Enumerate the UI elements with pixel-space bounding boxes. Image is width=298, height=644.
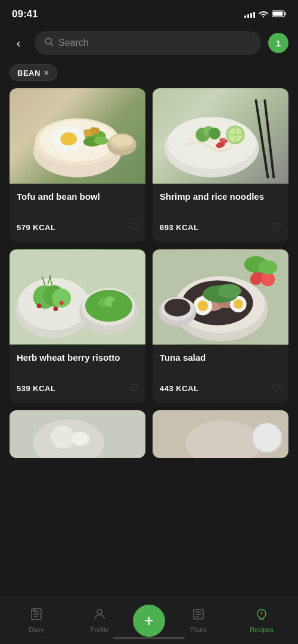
svg-point-48 xyxy=(53,306,58,311)
recipe-meta-tofu: 579 KCAL ♡ xyxy=(17,221,138,234)
diary-icon xyxy=(30,608,43,624)
recipe-info-tofu: Tofu and bean bowl 579 KCAL ♡ xyxy=(10,184,145,242)
profile-icon xyxy=(93,608,106,624)
battery-icon xyxy=(272,10,286,19)
recipe-name-tuna: Tuna salad xyxy=(160,352,281,376)
svg-point-56 xyxy=(197,301,208,311)
nav-item-diary[interactable]: Diary xyxy=(5,603,68,638)
svg-rect-14 xyxy=(91,127,100,134)
profile-label: Profile xyxy=(90,626,108,633)
svg-point-47 xyxy=(60,301,64,305)
svg-rect-1 xyxy=(285,12,286,15)
svg-point-22 xyxy=(209,128,221,140)
tag-label: BEAN xyxy=(17,69,41,78)
plans-icon xyxy=(192,608,205,624)
recipe-card-shrimp-rice-noodles[interactable]: Shrimp and rice noodles 693 KCAL ♡ xyxy=(153,88,288,242)
recipe-kcal-tuna: 443 KCAL xyxy=(160,384,198,393)
status-time: 09:41 xyxy=(12,8,38,20)
search-bar[interactable]: Search xyxy=(35,31,261,55)
favorite-icon-herb[interactable]: ♡ xyxy=(129,382,138,395)
svg-point-65 xyxy=(258,261,277,275)
signal-icon xyxy=(244,11,255,18)
nav-item-plans[interactable]: Plans xyxy=(167,603,230,638)
partial-card-left[interactable] xyxy=(10,410,145,458)
recipes-label: Recipes xyxy=(250,626,274,633)
svg-point-60 xyxy=(218,284,241,298)
svg-point-76 xyxy=(97,609,102,614)
svg-point-46 xyxy=(37,304,42,308)
recipe-name-herb: Herb wheat berry risotto xyxy=(17,352,138,376)
search-placeholder: Search xyxy=(58,38,252,48)
recipe-kcal-herb: 539 KCAL xyxy=(17,384,55,393)
svg-point-63 xyxy=(250,273,262,285)
plans-label: Plans xyxy=(190,626,207,633)
nav-fab: + xyxy=(131,605,167,637)
recipe-info-shrimp: Shrimp and rice noodles 693 KCAL ♡ xyxy=(153,184,288,242)
recipe-meta-herb: 539 KCAL ♡ xyxy=(17,382,138,395)
recipe-image-herb xyxy=(10,249,145,345)
recipe-kcal-tofu: 579 KCAL xyxy=(17,223,55,232)
recipe-card-tuna-salad[interactable]: Tuna salad 443 KCAL ♡ xyxy=(153,249,288,403)
search-icon xyxy=(44,37,54,49)
svg-point-71 xyxy=(51,425,74,449)
floating-circle xyxy=(252,422,283,453)
svg-point-68 xyxy=(164,299,191,317)
filter-tags-container: BEAN × xyxy=(0,60,298,88)
filter-count-badge[interactable]: 1 xyxy=(268,33,288,53)
header: ‹ Search 1 xyxy=(0,26,298,60)
svg-point-12 xyxy=(94,137,108,145)
recipe-meta-shrimp: 693 KCAL ♡ xyxy=(160,221,281,234)
svg-point-45 xyxy=(111,300,120,308)
recipe-grid: Tofu and bean bowl 579 KCAL ♡ xyxy=(0,88,298,403)
recipe-info-tuna: Tuna salad 443 KCAL ♡ xyxy=(153,345,288,403)
fab-button[interactable]: + xyxy=(133,605,165,637)
nav-item-recipes[interactable]: Recipes xyxy=(230,603,293,638)
recipe-meta-tuna: 443 KCAL ♡ xyxy=(160,382,281,395)
filter-tag-bean[interactable]: BEAN × xyxy=(10,64,57,81)
recipe-card-tofu-bean-bowl[interactable]: Tofu and bean bowl 579 KCAL ♡ xyxy=(10,88,145,242)
recipe-name-tofu: Tofu and bean bowl xyxy=(17,191,138,215)
recipe-info-herb: Herb wheat berry risotto 539 KCAL ♡ xyxy=(10,345,145,403)
svg-rect-2 xyxy=(273,11,283,16)
favorite-icon-tofu[interactable]: ♡ xyxy=(129,221,138,234)
wifi-icon xyxy=(259,10,268,19)
recipe-kcal-shrimp: 693 KCAL xyxy=(160,223,198,232)
recipe-image-tofu xyxy=(10,88,145,184)
svg-line-4 xyxy=(51,44,53,46)
back-button[interactable]: ‹ xyxy=(10,34,27,52)
svg-point-72 xyxy=(72,432,89,446)
recipes-icon xyxy=(255,608,268,624)
recipe-image-shrimp xyxy=(153,88,288,184)
favorite-icon-shrimp[interactable]: ♡ xyxy=(272,221,281,234)
svg-point-19 xyxy=(167,117,256,169)
svg-point-17 xyxy=(111,135,133,147)
home-indicator xyxy=(113,637,185,639)
nav-item-profile[interactable]: Profile xyxy=(68,603,131,638)
status-bar: 09:41 xyxy=(0,0,298,26)
recipe-card-herb-wheat-berry-risotto[interactable]: Herb wheat berry risotto 539 KCAL ♡ xyxy=(10,249,145,403)
status-icons xyxy=(244,10,286,19)
svg-point-9 xyxy=(60,132,77,145)
recipe-name-shrimp: Shrimp and rice noodles xyxy=(160,191,281,215)
favorite-icon-tuna[interactable]: ♡ xyxy=(272,382,281,395)
svg-point-58 xyxy=(234,299,243,309)
diary-label: Diary xyxy=(29,626,44,633)
tag-remove-icon[interactable]: × xyxy=(44,68,49,78)
recipe-image-tuna xyxy=(153,249,288,345)
partial-row xyxy=(0,410,298,458)
partial-card-right[interactable] xyxy=(153,410,288,458)
